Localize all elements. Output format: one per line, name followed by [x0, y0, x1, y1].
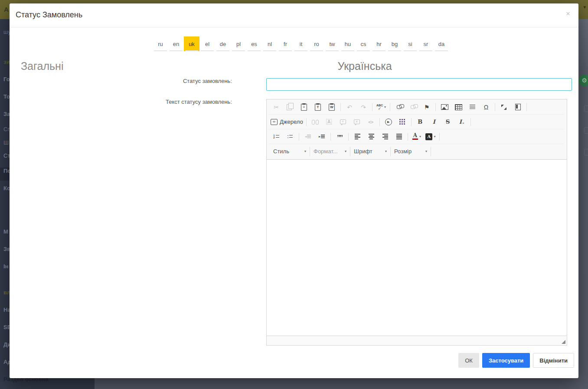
- bg-color-icon: A: [425, 133, 432, 140]
- size-select[interactable]: Розмір▾: [391, 147, 431, 156]
- editor-content-area[interactable]: [267, 160, 567, 336]
- section-heading-language: Українська: [155, 60, 574, 73]
- language-tab-nl[interactable]: nl: [262, 36, 278, 51]
- horizontal-line-icon: [470, 105, 475, 109]
- spellcheck-button[interactable]: ABC✓▾: [375, 102, 388, 112]
- language-tab-hu[interactable]: hu: [340, 36, 356, 51]
- align-right-button[interactable]: [379, 132, 392, 142]
- bg-color-button[interactable]: A▾: [424, 132, 437, 142]
- omega-icon: Ω: [484, 104, 488, 110]
- link-button[interactable]: [392, 102, 405, 112]
- status-text-label: Текст статусу замовлень:: [155, 99, 232, 105]
- paste-text-icon: T: [315, 104, 321, 111]
- anchor-icon: ⚑: [424, 104, 430, 110]
- strike-icon: S: [446, 119, 450, 125]
- show-blocks-button[interactable]: [511, 102, 524, 112]
- indent-button[interactable]: ▸: [315, 132, 328, 142]
- text-color-icon: A: [412, 133, 418, 140]
- format-select-label: Формат...: [314, 148, 338, 155]
- font-select[interactable]: Шрифт▾: [350, 147, 391, 156]
- chevron-down-icon[interactable]: ▾: [583, 4, 586, 10]
- sidebar-item[interactable]: Го: [3, 76, 10, 82]
- align-justify-icon: [396, 133, 402, 140]
- apply-button[interactable]: Застосувати: [482, 353, 530, 368]
- language-tab-en[interactable]: en: [168, 36, 184, 51]
- anchor-button[interactable]: ⚑: [420, 102, 433, 112]
- replace-icon: A: [326, 119, 332, 125]
- align-left-button[interactable]: [351, 132, 364, 142]
- strike-button[interactable]: S: [441, 117, 454, 127]
- language-tab-tw[interactable]: tw: [324, 36, 340, 51]
- media-button[interactable]: ▶: [382, 117, 395, 127]
- language-tab-ro[interactable]: ro: [309, 36, 324, 51]
- toolbar-separator: [306, 118, 307, 126]
- sidebar-item[interactable]: М: [3, 228, 8, 235]
- cancel-button[interactable]: Відмінити: [533, 353, 574, 368]
- align-center-button[interactable]: [365, 132, 378, 142]
- table-cell-fragment: [584, 149, 588, 155]
- ok-button[interactable]: ОК: [458, 353, 479, 368]
- rich-text-editor: ✂≡TW↶↷ABC✓▾⚑Ω ‹›ДжерелоA+×<>▶BISI× 12••◂…: [266, 99, 567, 346]
- remove-format-icon: I×: [459, 119, 464, 125]
- resize-handle-icon[interactable]: [562, 340, 565, 344]
- sidebar-item[interactable]: Ін: [3, 263, 8, 270]
- format-select[interactable]: Формат...▾: [310, 147, 350, 156]
- align-justify-button[interactable]: [392, 132, 405, 142]
- undo-icon: ↶: [347, 104, 352, 110]
- language-tab-pl[interactable]: pl: [231, 36, 246, 51]
- language-tab-it[interactable]: it: [293, 36, 309, 51]
- image-button[interactable]: [438, 102, 451, 112]
- language-tab-bg[interactable]: bg: [387, 36, 402, 51]
- omega-button[interactable]: Ω: [480, 102, 493, 112]
- language-tab-fr[interactable]: fr: [278, 36, 293, 51]
- code-button: <>: [364, 117, 377, 127]
- redo-icon: ↷: [361, 104, 366, 110]
- bold-icon: B: [418, 119, 422, 125]
- language-tab-uk[interactable]: uk: [184, 36, 199, 51]
- language-tab-hr[interactable]: hr: [371, 36, 387, 51]
- language-tab-sr[interactable]: sr: [418, 36, 434, 51]
- table-button[interactable]: [452, 102, 465, 112]
- source-button[interactable]: ‹›Джерело: [270, 117, 304, 127]
- maximize-button[interactable]: [497, 102, 510, 112]
- comment-add-icon: +: [340, 119, 346, 124]
- language-tab-de[interactable]: de: [215, 36, 231, 51]
- language-tab-cs[interactable]: cs: [356, 36, 371, 51]
- order-status-dialog: Статус Замовлень × ruenukeldeplesnlfritr…: [10, 3, 578, 378]
- paste-icon: ≡: [301, 104, 307, 111]
- status-name-input[interactable]: [266, 78, 572, 91]
- editor-toolbar: ✂≡TW↶↷ABC✓▾⚑Ω ‹›ДжерелоA+×<>▶BISI× 12••◂…: [267, 99, 567, 160]
- paste-button[interactable]: ≡: [297, 102, 310, 112]
- redo-button: ↷: [357, 102, 370, 112]
- show-blocks-icon: [515, 104, 521, 110]
- toolbar-separator: [299, 133, 299, 141]
- dialog-title: Статус Замовлень: [16, 10, 82, 20]
- paste-word-button[interactable]: W: [325, 102, 338, 112]
- italic-button[interactable]: I: [428, 117, 441, 127]
- bold-button[interactable]: B: [414, 117, 427, 127]
- blockquote-button[interactable]: ””: [333, 132, 346, 142]
- sidebar-item[interactable]: То: [3, 93, 10, 100]
- language-tab-ru[interactable]: ru: [153, 36, 168, 51]
- media-icon: ▶: [385, 119, 392, 125]
- cut-button: ✂: [270, 102, 283, 112]
- language-tab-da[interactable]: da: [434, 36, 449, 51]
- horizontal-line-button[interactable]: [466, 102, 479, 112]
- language-tab-el[interactable]: el: [199, 36, 215, 51]
- chevron-down-icon: ▾: [384, 105, 386, 109]
- toolbar-separator: [470, 118, 471, 126]
- toolbar-separator: [330, 133, 331, 141]
- bullet-list-button[interactable]: ••: [284, 132, 297, 142]
- paste-text-button[interactable]: T: [311, 102, 324, 112]
- style-select[interactable]: Стиль▾: [269, 147, 310, 156]
- numbered-list-button[interactable]: 12: [270, 132, 283, 142]
- language-tab-si[interactable]: si: [402, 36, 418, 51]
- language-tab-es[interactable]: es: [246, 36, 262, 51]
- text-color-button[interactable]: A▾: [410, 132, 423, 142]
- glyph-grid-button[interactable]: [396, 117, 409, 127]
- remove-format-button[interactable]: I×: [455, 117, 468, 127]
- code-icon: <>: [368, 119, 373, 125]
- close-icon[interactable]: ×: [564, 10, 572, 18]
- gear-icon[interactable]: ⚙: [578, 75, 588, 86]
- sidebar-item[interactable]: Ш: [3, 139, 9, 146]
